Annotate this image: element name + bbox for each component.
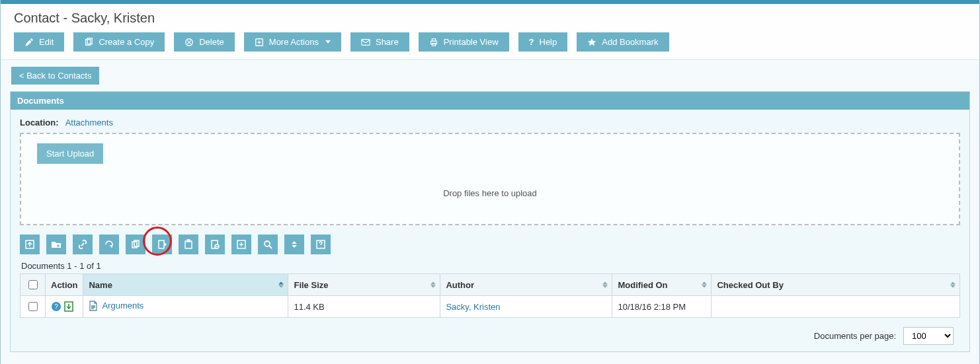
delete-button[interactable]: Delete (174, 32, 235, 52)
col-modified-on[interactable]: Modified On (612, 274, 712, 296)
select-all-checkbox[interactable] (28, 280, 38, 289)
share-button[interactable]: Share (350, 32, 409, 52)
new-folder-icon (51, 239, 61, 250)
refresh-button[interactable] (99, 235, 119, 254)
search-doc-button[interactable] (258, 235, 278, 254)
cell-modified: 10/18/16 2:18 PM (612, 296, 712, 318)
edit-button[interactable]: Edit (14, 32, 64, 52)
action-toolbar: Edit Create a Copy Delete More Actions S… (14, 32, 966, 59)
cancel-doc-icon (210, 239, 220, 250)
pencil-icon (24, 38, 34, 47)
move-button[interactable] (231, 235, 251, 254)
documents-panel: Documents Location: Attachments Start Up… (10, 91, 970, 352)
document-name-link[interactable]: Arguments (102, 301, 143, 310)
move-icon (236, 239, 247, 250)
star-icon (587, 38, 596, 47)
table-row: ? Arguments 11.4 KB (20, 296, 960, 318)
location-label: Location: (20, 118, 59, 127)
question-icon (315, 239, 326, 250)
new-folder-button[interactable] (46, 235, 66, 254)
link-icon (77, 239, 88, 250)
per-page-label: Documents per page: (814, 331, 896, 341)
dropzone-text: Drop files here to upload (34, 142, 946, 198)
sort-indicator (950, 282, 956, 288)
row-checkbox[interactable] (28, 302, 38, 311)
location-link[interactable]: Attachments (65, 118, 113, 127)
svg-point-17 (265, 241, 270, 246)
svg-text:?: ? (54, 303, 58, 310)
search-icon (263, 239, 273, 250)
delete-icon (184, 38, 194, 47)
copy-doc-button[interactable] (126, 235, 145, 254)
col-checkbox (20, 274, 46, 296)
cell-checked-out (712, 296, 960, 318)
more-actions-button[interactable]: More Actions (244, 32, 341, 52)
add-bookmark-button[interactable]: Add Bookmark (577, 32, 669, 52)
printable-view-button[interactable]: Printable View (419, 32, 509, 52)
help-button[interactable]: ? Help (518, 32, 568, 52)
svg-rect-13 (187, 240, 190, 242)
document-toolbar (20, 235, 960, 254)
create-copy-button[interactable]: Create a Copy (73, 32, 165, 52)
upload-icon-button[interactable] (20, 235, 40, 254)
chevron-down-icon (325, 40, 331, 44)
sort-indicator (278, 282, 284, 288)
col-name[interactable]: Name (83, 274, 288, 296)
copy-icon (130, 239, 141, 250)
info-icon[interactable]: ? (51, 301, 61, 312)
sort-icon (289, 239, 300, 250)
export-button[interactable] (152, 235, 172, 254)
document-icon (89, 301, 98, 311)
plus-icon (255, 38, 264, 47)
question-icon: ? (529, 37, 534, 47)
sort-indicator (702, 282, 707, 288)
location-line: Location: Attachments (20, 118, 960, 127)
svg-rect-11 (159, 240, 164, 248)
back-to-contacts-button[interactable]: < Back to Contacts (11, 67, 99, 85)
paste-button[interactable] (179, 235, 198, 254)
mail-icon (361, 38, 370, 46)
sort-indicator (430, 282, 436, 288)
svg-rect-7 (432, 43, 435, 46)
print-icon (429, 38, 438, 47)
export-icon (157, 239, 167, 250)
svg-rect-4 (362, 39, 370, 45)
documents-count: Documents 1 - 1 of 1 (21, 261, 960, 271)
panel-title: Documents (11, 92, 969, 110)
upload-dropzone[interactable]: Start Upload Drop files here to upload (20, 133, 960, 225)
copy-icon (84, 38, 93, 47)
cell-file-size: 11.4 KB (288, 296, 440, 318)
col-checked-out-by[interactable]: Checked Out By (712, 274, 960, 296)
per-page-select[interactable]: 100 (903, 327, 954, 345)
paste-icon (183, 239, 194, 250)
refresh-icon (104, 239, 114, 250)
col-file-size[interactable]: File Size (288, 274, 440, 296)
documents-table: Action Name File Size Author (20, 273, 960, 318)
page-title: Contact - Sacky, Kristen (14, 11, 966, 26)
link-button[interactable] (73, 235, 93, 254)
download-icon[interactable] (64, 301, 73, 312)
sort-button[interactable] (284, 235, 304, 254)
start-upload-button[interactable]: Start Upload (37, 143, 103, 164)
pager: Documents per page: 100 (20, 318, 960, 345)
svg-rect-6 (432, 38, 435, 41)
toolbar-help-button[interactable] (311, 235, 331, 254)
upload-icon (24, 239, 35, 250)
col-author[interactable]: Author (440, 274, 612, 296)
author-link[interactable]: Sacky, Kristen (446, 302, 500, 312)
col-action[interactable]: Action (46, 274, 83, 296)
cancel-doc-button[interactable] (205, 235, 225, 254)
sort-indicator (602, 282, 608, 288)
